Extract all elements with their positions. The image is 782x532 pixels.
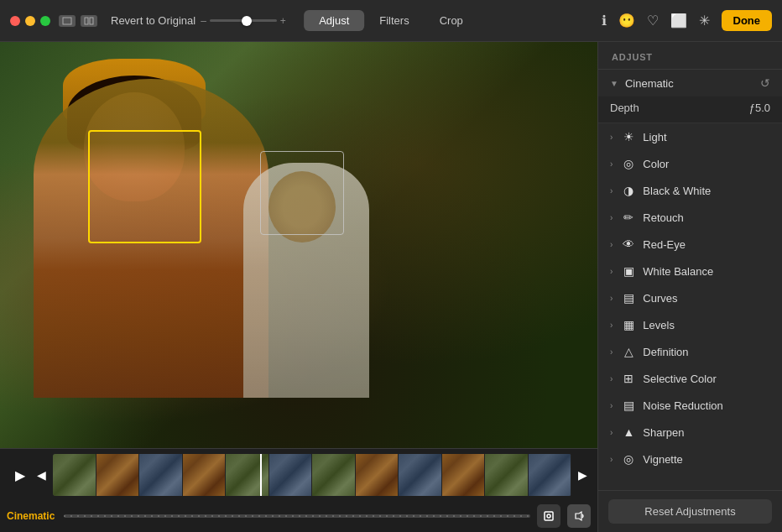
filmstrip-frame <box>442 454 486 496</box>
tab-filters[interactable]: Filters <box>364 10 424 31</box>
sc-chevron-icon: › <box>610 374 613 383</box>
playhead <box>260 454 262 496</box>
filmstrip-frame <box>96 454 140 496</box>
sidebar-item-retouch[interactable]: › ✏ Retouch <box>598 204 782 231</box>
close-button[interactable] <box>10 16 20 26</box>
play-button[interactable]: ▶ <box>10 465 30 485</box>
sidebar-item-sharpen[interactable]: › ▲ Sharpen <box>598 419 782 446</box>
svg-rect-0 <box>63 18 71 24</box>
color-icon: ◎ <box>621 157 636 170</box>
sidebar-item-light[interactable]: › ☀ Light <box>598 123 782 150</box>
retouch-chevron-icon: › <box>610 213 613 222</box>
sharpen-label: Sharpen <box>643 426 770 439</box>
sc-label: Selective Color <box>643 373 770 385</box>
sidebar-item-levels[interactable]: › ▦ Levels <box>598 311 782 338</box>
cinematic-mode-label: Cinematic <box>7 510 57 522</box>
svg-point-4 <box>547 514 550 518</box>
timeline-icons <box>537 504 591 528</box>
emoji-icon[interactable]: 😶 <box>618 13 635 29</box>
next-frame-button[interactable]: ▶ <box>578 468 587 482</box>
wb-label: White Balance <box>643 265 770 278</box>
photo-container <box>0 42 597 448</box>
sc-icon: ⊞ <box>621 372 636 385</box>
heart-icon[interactable]: ♡ <box>647 13 659 29</box>
filmstrip-frame <box>529 454 572 496</box>
vignette-icon: ◎ <box>621 452 636 466</box>
sharpen-chevron-icon: › <box>610 428 613 437</box>
cinematic-section: ▼ Cinematic ↺ Depth ƒ5.0 <box>598 70 782 123</box>
svg-marker-5 <box>576 512 581 520</box>
svg-rect-1 <box>85 18 88 24</box>
tab-crop[interactable]: Crop <box>425 10 478 31</box>
vignette-chevron-icon: › <box>610 455 613 464</box>
audio-icon[interactable] <box>567 504 591 528</box>
filmstrip-frame <box>226 454 269 496</box>
scrubber-track[interactable] <box>64 514 530 518</box>
tab-adjust[interactable]: Adjust <box>304 10 364 31</box>
focus-box-secondary <box>260 151 344 235</box>
share-icon[interactable]: ⬜ <box>670 13 687 29</box>
photo-area: ▶ ◀ ▶ <box>0 42 597 532</box>
sidebar: ADJUST ▼ Cinematic ↺ Depth ƒ5.0 <box>597 42 782 532</box>
sidebar-item-color[interactable]: › ◎ Color <box>598 150 782 177</box>
def-label: Definition <box>643 346 770 358</box>
cinematic-header[interactable]: ▼ Cinematic ↺ <box>598 70 782 96</box>
vignette-label: Vignette <box>643 453 770 466</box>
sidebar-items-list: ▼ Cinematic ↺ Depth ƒ5.0 › ☀ Li <box>598 70 782 490</box>
filmstrip-frame <box>183 454 227 496</box>
bw-chevron-icon: › <box>610 186 613 196</box>
sidebar-item-red-eye[interactable]: › 👁 Red-Eye <box>598 231 782 258</box>
done-button[interactable]: Done <box>722 10 773 31</box>
retouch-icon: ✏ <box>621 211 636 224</box>
timeline-bottom: Cinematic <box>0 501 597 531</box>
single-view-button[interactable] <box>59 15 76 27</box>
slider-minus-icon: – <box>201 15 206 27</box>
scrubber-dots <box>64 515 530 517</box>
tools-icon[interactable]: ✳ <box>699 13 710 29</box>
cinematic-undo-icon[interactable]: ↺ <box>760 76 770 90</box>
depth-label: Depth <box>610 102 639 114</box>
info-icon[interactable]: ℹ <box>602 13 607 29</box>
revert-area: Revert to Original – + <box>111 14 286 27</box>
curves-label: Curves <box>643 292 770 305</box>
timeline-area: ▶ ◀ ▶ <box>0 448 597 532</box>
window-controls <box>59 15 97 27</box>
sidebar-item-noise-reduction[interactable]: › ▤ Noise Reduction <box>598 392 782 419</box>
depth-value: ƒ5.0 <box>749 102 770 114</box>
color-chevron-icon: › <box>610 159 613 169</box>
minimize-button[interactable] <box>25 16 35 26</box>
cinematic-chevron-icon: ▼ <box>610 79 618 88</box>
timeline-controls: ▶ ◀ ▶ <box>0 449 597 501</box>
sidebar-content: ▼ Cinematic ↺ Depth ƒ5.0 › ☀ Li <box>598 70 782 532</box>
sidebar-item-white-balance[interactable]: › ▣ White Balance <box>598 258 782 284</box>
sidebar-item-definition[interactable]: › △ Definition <box>598 338 782 365</box>
revert-label[interactable]: Revert to Original <box>111 14 196 27</box>
wb-chevron-icon: › <box>610 267 613 276</box>
bw-icon: ◑ <box>621 184 636 197</box>
filmstrip-frame <box>485 454 529 496</box>
focus-box-primary <box>88 130 201 243</box>
crop-view-icon[interactable] <box>537 504 560 528</box>
titlebar: Revert to Original – + Adjust Filters Cr… <box>0 0 782 42</box>
levels-icon: ▦ <box>621 318 636 331</box>
filmstrip-frame <box>269 454 313 496</box>
cinematic-label: Cinematic <box>625 77 674 90</box>
sidebar-item-selective-color[interactable]: › ⊞ Selective Color <box>598 365 782 392</box>
svg-rect-3 <box>545 512 553 520</box>
reset-adjustments-button[interactable]: Reset Adjustments <box>608 499 772 524</box>
brightness-slider[interactable] <box>210 19 277 22</box>
wb-icon: ▣ <box>621 264 636 278</box>
fullscreen-button[interactable] <box>40 16 50 26</box>
sidebar-item-black-white[interactable]: › ◑ Black & White <box>598 177 782 204</box>
prev-frame-button[interactable]: ◀ <box>37 468 46 482</box>
bw-label: Black & White <box>643 185 770 197</box>
filmstrip-frame <box>312 454 356 496</box>
filmstrip-frame <box>139 454 183 496</box>
redeye-label: Red-Eye <box>643 238 770 251</box>
sidebar-item-vignette[interactable]: › ◎ Vignette <box>598 446 782 472</box>
split-view-button[interactable] <box>81 15 97 27</box>
nr-icon: ▤ <box>621 399 636 412</box>
filmstrip-frame <box>53 454 96 496</box>
sidebar-item-curves[interactable]: › ▤ Curves <box>598 284 782 311</box>
filmstrip[interactable] <box>53 454 571 496</box>
